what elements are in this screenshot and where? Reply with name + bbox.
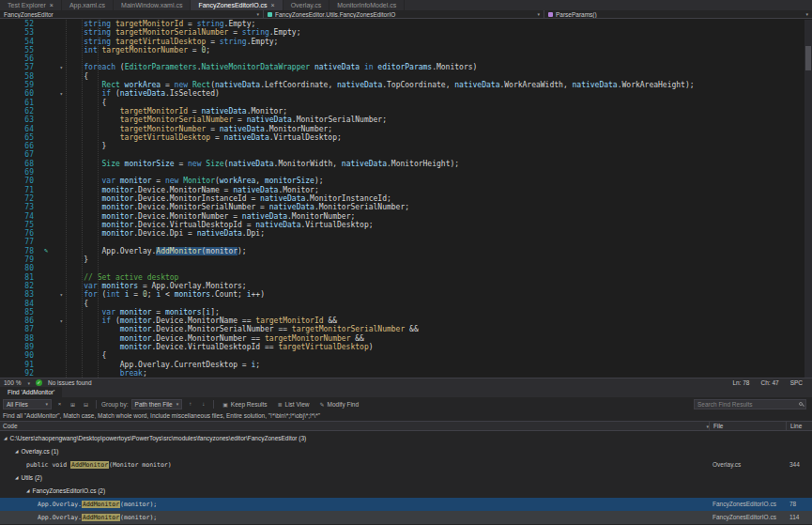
- editor-scrollbar[interactable]: [804, 20, 812, 378]
- code-line[interactable]: 69: [0, 168, 812, 177]
- code-line[interactable]: 75 monitor.Device.VirtualDesktopId = nat…: [0, 221, 812, 229]
- zoom-control[interactable]: 100 % ▾: [4, 379, 30, 386]
- line-number[interactable]: 78: [0, 247, 41, 255]
- line-number[interactable]: 58: [0, 72, 41, 81]
- line-number[interactable]: 60: [0, 89, 41, 98]
- code-line[interactable]: 68 Size monitorSize = new Size(nativeDat…: [0, 160, 812, 168]
- tab-overlay-cs[interactable]: Overlay.cs: [283, 0, 330, 10]
- line-number[interactable]: 86: [0, 317, 41, 325]
- line-column-header[interactable]: Line: [786, 422, 812, 430]
- find-result-row[interactable]: ◢FancyZonesEditorIO.cs (2): [0, 485, 812, 498]
- code-line[interactable]: 91 App.Overlay.CurrentDesktop = i;: [0, 361, 812, 369]
- line-number[interactable]: 56: [0, 54, 41, 63]
- breadcrumb-type-dropdown[interactable]: FancyZonesEditor.Utils.FancyZonesEditorI…: [264, 10, 544, 18]
- tab-monitorinfomodel-cs[interactable]: MonitorInfoModel.cs: [329, 0, 405, 10]
- line-number[interactable]: 54: [0, 38, 41, 46]
- code-line[interactable]: 54 string targetVirtualDesktop = string.…: [0, 38, 812, 46]
- close-icon[interactable]: ×: [271, 2, 275, 8]
- line-number[interactable]: 91: [0, 361, 41, 369]
- find-result-row[interactable]: App.Overlay.AddMonitor(monitor);FancyZon…: [0, 498, 812, 511]
- line-number[interactable]: 71: [0, 186, 41, 194]
- code-line[interactable]: 82 var monitors = App.Overlay.Monitors;: [0, 282, 812, 290]
- code-editor[interactable]: 52 string targetMonitorId = string.Empty…: [0, 20, 812, 378]
- line-number[interactable]: 68: [0, 160, 41, 168]
- code-line[interactable]: 52 string targetMonitorId = string.Empty…: [0, 20, 812, 28]
- line-number[interactable]: 70: [0, 177, 41, 185]
- health-check-icon[interactable]: ✓: [36, 379, 42, 386]
- code-line[interactable]: 80: [0, 264, 812, 272]
- line-number[interactable]: 87: [0, 325, 41, 333]
- line-number[interactable]: 72: [0, 194, 41, 203]
- code-line[interactable]: 73 monitor.Device.MonitorSerialNumber = …: [0, 203, 812, 211]
- code-line[interactable]: 74 monitor.Device.MonitorNumber = native…: [0, 212, 812, 221]
- scope-dropdown[interactable]: All Files ▾: [3, 399, 52, 409]
- code-line[interactable]: 71 monitor.Device.MonitorName = nativeDa…: [0, 186, 812, 194]
- find-panel-tab[interactable]: Find 'AddMonitor': [0, 387, 62, 397]
- expander-icon[interactable]: ◢: [15, 471, 18, 485]
- line-number[interactable]: 61: [0, 99, 41, 107]
- find-result-row[interactable]: ◢Overlay.cs (1): [0, 445, 812, 458]
- line-number[interactable]: 59: [0, 81, 41, 89]
- line-number[interactable]: 67: [0, 150, 41, 159]
- line-number[interactable]: 63: [0, 116, 41, 124]
- code-line[interactable]: 64 targetMonitorNumber = nativeData.Moni…: [0, 125, 812, 133]
- code-line[interactable]: 67: [0, 150, 812, 159]
- code-line[interactable]: 60▾ if (nativeData.IsSelected): [0, 89, 812, 98]
- code-line[interactable]: 89 monitor.Device.VirtualDesktopId == ta…: [0, 343, 812, 351]
- code-line[interactable]: 79 }: [0, 255, 812, 264]
- collapse-all-button[interactable]: ⊟: [81, 399, 91, 409]
- previous-result-button[interactable]: ↑: [185, 399, 195, 409]
- line-number[interactable]: 90: [0, 351, 41, 360]
- line-number[interactable]: 74: [0, 212, 41, 221]
- line-number[interactable]: 75: [0, 221, 41, 229]
- code-line[interactable]: 53 string targetMonitorSerialNumber = st…: [0, 28, 812, 37]
- line-number[interactable]: 81: [0, 273, 41, 282]
- code-line[interactable]: 81 // Set active desktop: [0, 273, 812, 282]
- line-number[interactable]: 52: [0, 20, 41, 28]
- line-number[interactable]: 79: [0, 255, 41, 264]
- code-column-header[interactable]: Code ▾: [0, 423, 709, 429]
- code-line[interactable]: 92 break;: [0, 369, 812, 378]
- line-number[interactable]: 57: [0, 63, 41, 71]
- line-number[interactable]: 69: [0, 168, 41, 177]
- file-column-header[interactable]: File: [709, 422, 786, 430]
- code-line[interactable]: 85 var monitor = monitors[i];: [0, 308, 812, 317]
- line-number[interactable]: 84: [0, 300, 41, 308]
- code-line[interactable]: 62 targetMonitorId = nativeData.Monitor;: [0, 107, 812, 116]
- group-by-dropdown[interactable]: Path then File ▾: [131, 399, 183, 409]
- tab-mainwindow-xaml-cs[interactable]: MainWindow.xaml.cs: [114, 0, 191, 10]
- code-line[interactable]: 84 {: [0, 300, 812, 308]
- line-number[interactable]: 85: [0, 308, 41, 317]
- code-line[interactable]: 88 monitor.Device.MonitorNumber == targe…: [0, 334, 812, 343]
- line-number[interactable]: 55: [0, 46, 41, 54]
- code-line[interactable]: 55 int targetMonitorNumber = 0;: [0, 46, 812, 54]
- keep-results-toggle[interactable]: ▣ Keep Results: [219, 399, 270, 409]
- line-number[interactable]: 83: [0, 290, 41, 299]
- next-result-button[interactable]: ↓: [198, 399, 208, 409]
- code-line[interactable]: 86▾ if (monitor.Device.MonitorName == ta…: [0, 317, 812, 325]
- find-result-row[interactable]: ◢C:\Users\zhaopengwang\Desktop\powertoys…: [0, 432, 812, 445]
- code-line[interactable]: 70 var monitor = new Monitor(workArea, m…: [0, 177, 812, 185]
- code-line[interactable]: 61 {: [0, 99, 812, 107]
- find-result-row[interactable]: public void AddMonitor(Monitor monitor)O…: [0, 458, 812, 471]
- code-line[interactable]: 72 monitor.Device.MonitorInstanceId = na…: [0, 194, 812, 203]
- line-number[interactable]: 89: [0, 343, 41, 351]
- line-number[interactable]: 64: [0, 125, 41, 133]
- expander-icon[interactable]: ◢: [26, 485, 29, 498]
- fold-chevron-icon[interactable]: ▾: [59, 63, 63, 71]
- search-input[interactable]: [694, 399, 806, 409]
- breadcrumb-project-dropdown[interactable]: FancyZonesEditor ▾: [0, 10, 264, 18]
- line-number[interactable]: 82: [0, 282, 41, 290]
- modify-find-button[interactable]: ✎ Modify Find: [315, 399, 362, 409]
- code-line[interactable]: 56: [0, 54, 812, 63]
- fold-chevron-icon[interactable]: ▾: [59, 89, 63, 98]
- expander-icon[interactable]: ◢: [15, 445, 18, 458]
- expand-all-button[interactable]: ⊞: [68, 399, 78, 409]
- line-number[interactable]: 80: [0, 264, 41, 272]
- code-line[interactable]: 63 targetMonitorSerialNumber = nativeDat…: [0, 116, 812, 124]
- line-number[interactable]: 62: [0, 107, 41, 116]
- tab-fancyzoneseditorio-cs[interactable]: FancyZonesEditorIO.cs×: [191, 0, 283, 10]
- line-number[interactable]: 88: [0, 334, 41, 343]
- line-number[interactable]: 76: [0, 229, 41, 238]
- code-line[interactable]: 65 targetVirtualDesktop = nativeData.Vir…: [0, 133, 812, 142]
